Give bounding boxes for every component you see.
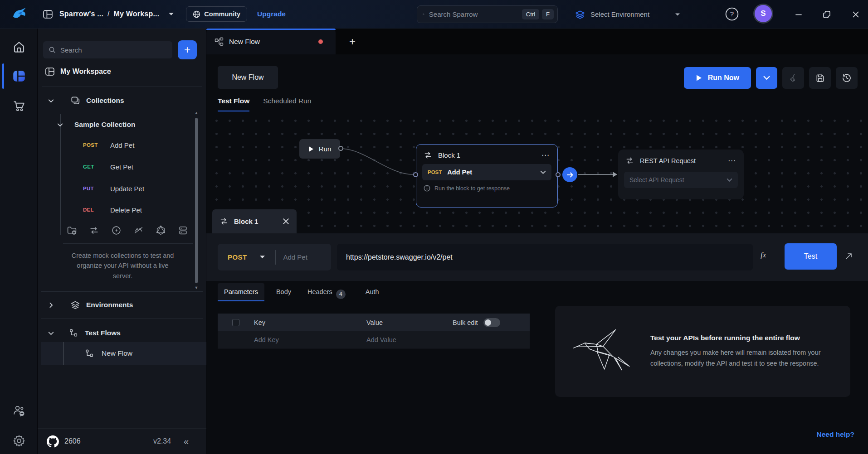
global-search-input[interactable] xyxy=(429,10,519,18)
need-help-link[interactable]: Need help? xyxy=(816,430,854,439)
rail-marketplace-button[interactable] xyxy=(0,94,38,118)
global-search[interactable]: Ctrl F xyxy=(417,5,558,23)
topbar-left: Sparrow's ... / My Worksp... Community U… xyxy=(0,6,286,22)
clear-canvas-button[interactable] xyxy=(782,67,804,89)
close-icon xyxy=(852,11,859,18)
rail-home-button[interactable] xyxy=(0,35,38,59)
sidebar-add-button[interactable]: + xyxy=(178,40,197,59)
chevron-right-icon[interactable] xyxy=(48,302,54,309)
swap-arrows-icon xyxy=(424,151,432,159)
flow-canvas[interactable]: Run Block 1 ⋯ POST Add Pet xyxy=(206,113,868,233)
sidebar-item-new-flow[interactable]: New Flow xyxy=(41,342,206,365)
test-api-help-panel: Test your APIs before running the entire… xyxy=(555,306,850,397)
value-column-header: Value xyxy=(366,319,453,326)
breadcrumb-workspace[interactable]: Sparrow's ... xyxy=(59,10,103,18)
add-next-block-button[interactable] xyxy=(562,167,577,182)
breadcrumb-workspace-name[interactable]: My Worksp... xyxy=(114,10,160,18)
scroll-down-caret[interactable]: ▼ xyxy=(194,286,199,290)
window-close-button[interactable] xyxy=(849,8,863,21)
add-key-placeholder[interactable]: Add Key xyxy=(254,336,366,343)
tab-parameters[interactable]: Parameters xyxy=(218,283,264,301)
flow-title-button[interactable]: New Flow xyxy=(218,66,278,89)
help-title: Test your APIs before running the entire… xyxy=(650,334,835,342)
flow-name: New Flow xyxy=(102,349,132,357)
tab-test-flow[interactable]: Test Flow xyxy=(218,97,249,111)
inspector-header-tab[interactable]: Block 1 xyxy=(212,209,297,233)
scroll-up-caret[interactable]: ▲ xyxy=(194,111,199,115)
request-item[interactable]: POST Add Pet xyxy=(83,138,134,152)
tab-headers[interactable]: Headers4 xyxy=(301,283,352,304)
divider xyxy=(41,319,203,319)
output-port[interactable] xyxy=(556,172,561,177)
toggle-knob xyxy=(485,319,491,326)
open-request-icon[interactable] xyxy=(844,251,853,261)
window-restore-button[interactable] xyxy=(820,8,834,21)
websocket-icon[interactable] xyxy=(133,225,144,236)
sidebar-item-test-flows[interactable]: Test Flows xyxy=(48,326,121,340)
run-options-button[interactable] xyxy=(756,67,777,89)
tab-new-flow[interactable]: New Flow xyxy=(206,29,336,54)
close-inspector-button[interactable] xyxy=(283,218,289,225)
sidebar-scrollbar-thumb[interactable] xyxy=(195,118,198,283)
request-item[interactable]: DEL Delete Pet xyxy=(83,203,142,217)
block-request-select[interactable]: POST Add Pet xyxy=(422,164,551,180)
rail-community-button[interactable] xyxy=(0,399,38,423)
sidebar-search-input[interactable] xyxy=(60,46,167,54)
breadcrumb-caret-down-icon[interactable] xyxy=(168,12,174,16)
user-avatar[interactable]: S xyxy=(755,5,772,22)
rail-workspace-button[interactable] xyxy=(0,64,38,88)
rest-request-select[interactable]: Select API Request xyxy=(624,172,738,188)
chevron-down-icon[interactable] xyxy=(48,330,54,337)
url-input[interactable]: https://petstore.swagger.io/v2/pet xyxy=(337,244,753,270)
rest-request-icon[interactable] xyxy=(89,225,99,236)
sidebar-item-environments[interactable]: Environments xyxy=(48,298,133,312)
request-name: Delete Pet xyxy=(110,206,142,214)
tab-auth[interactable]: Auth xyxy=(359,283,385,300)
input-port[interactable] xyxy=(413,172,418,177)
block-1-node[interactable]: Block 1 ⋯ POST Add Pet xyxy=(416,144,558,208)
flow-editor: New Flow Run Now xyxy=(206,54,868,454)
upgrade-link[interactable]: Upgrade xyxy=(257,10,286,18)
save-button[interactable] xyxy=(809,67,831,89)
run-start-node[interactable]: Run xyxy=(299,139,340,159)
add-value-placeholder[interactable]: Add Value xyxy=(366,336,453,343)
select-all-checkbox[interactable] xyxy=(232,319,239,326)
more-menu-icon[interactable]: ⋯ xyxy=(728,156,736,165)
collapse-sidebar-button[interactable]: « xyxy=(184,436,188,447)
bulk-edit-toggle[interactable] xyxy=(483,318,500,327)
workspace-title: My Workspace xyxy=(60,68,111,76)
chevron-down-icon[interactable] xyxy=(57,121,63,128)
new-tab-button[interactable]: + xyxy=(345,34,360,49)
method-dropdown[interactable]: POST Add Pet xyxy=(218,244,331,270)
dynamic-expression-button[interactable]: fx xyxy=(761,251,766,260)
community-badge[interactable]: Community xyxy=(186,6,247,22)
window-minimize-button[interactable] xyxy=(792,8,805,21)
method-badge: POST xyxy=(428,169,442,175)
sidebar-item-sample-collection[interactable]: Sample Collection xyxy=(57,117,135,132)
sidebar-item-collections[interactable]: Collections xyxy=(48,93,124,108)
environment-selector[interactable]: Select Environment xyxy=(575,0,680,29)
run-now-button[interactable]: Run Now xyxy=(684,67,751,89)
graphql-icon[interactable] xyxy=(156,225,166,236)
request-item[interactable]: PUT Update Pet xyxy=(83,182,144,195)
mock-server-icon[interactable] xyxy=(178,225,188,236)
table-row[interactable]: Add Key Add Value xyxy=(218,331,530,348)
output-port[interactable] xyxy=(338,146,343,151)
chevron-down-icon[interactable] xyxy=(48,97,54,104)
collections-label: Collections xyxy=(86,97,124,105)
tab-body[interactable]: Body xyxy=(270,283,297,300)
help-button[interactable]: ? xyxy=(725,7,739,21)
tab-scheduled-run[interactable]: Scheduled Run xyxy=(263,97,311,111)
rail-settings-button[interactable] xyxy=(0,429,38,453)
rest-api-request-node[interactable]: REST API Request ⋯ Select API Request xyxy=(618,150,744,199)
workspace-blocks-icon xyxy=(11,68,27,84)
add-folder-icon[interactable] xyxy=(67,225,77,236)
more-menu-icon[interactable]: ⋯ xyxy=(541,150,550,160)
request-item[interactable]: GET Get Pet xyxy=(83,160,133,174)
socketio-icon[interactable] xyxy=(111,225,122,236)
test-button[interactable]: Test xyxy=(785,243,837,270)
help-icon: ? xyxy=(725,7,739,21)
sidebar-search[interactable] xyxy=(43,41,172,58)
history-button[interactable] xyxy=(836,67,858,89)
github-icon[interactable] xyxy=(47,435,59,448)
